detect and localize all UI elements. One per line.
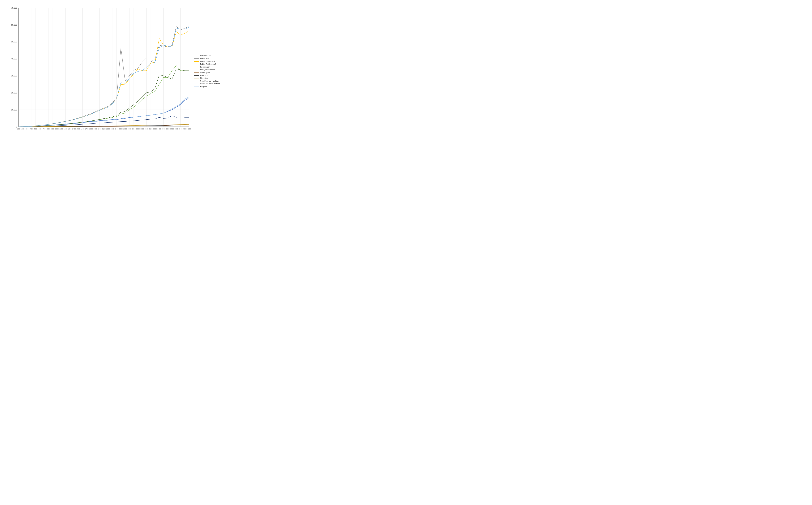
svg-text:1500: 1500: [77, 128, 80, 130]
svg-text:3400: 3400: [157, 128, 161, 130]
svg-text:3800: 3800: [175, 128, 178, 130]
legend-label: Bubble Sort Iverson 1: [200, 60, 216, 62]
svg-text:1600: 1600: [81, 128, 84, 130]
svg-text:60,000: 60,000: [11, 24, 17, 26]
svg-text:1900: 1900: [94, 128, 97, 130]
legend-color: [194, 58, 199, 59]
legend-item: QuickSort Hoare partition: [194, 80, 226, 82]
svg-text:20,000: 20,000: [11, 92, 17, 94]
legend-item: Bubble Sort: [194, 58, 226, 59]
legend-color: [194, 81, 199, 81]
svg-text:30,000: 30,000: [11, 74, 17, 77]
legend-item: Merge Sort: [194, 77, 226, 79]
legend-label: Counting Sort: [200, 72, 210, 73]
svg-text:100: 100: [17, 128, 20, 130]
svg-text:2500: 2500: [119, 128, 123, 130]
legend-label: HeapSort: [200, 86, 207, 88]
chart-title: [2, 2, 226, 3]
legend-item: Binary Insertion Sort: [194, 69, 226, 71]
legend-label: Merge Sort: [200, 77, 208, 79]
svg-text:3100: 3100: [145, 128, 148, 130]
svg-text:600: 600: [38, 128, 41, 130]
svg-text:2100: 2100: [102, 128, 106, 130]
svg-text:3900: 3900: [179, 128, 182, 130]
legend-color: [194, 61, 199, 61]
svg-text:2400: 2400: [115, 128, 118, 130]
legend-item: Counting Sort: [194, 72, 226, 73]
svg-text:500: 500: [34, 128, 37, 130]
svg-text:400: 400: [30, 128, 32, 130]
svg-text:1700: 1700: [85, 128, 89, 130]
svg-text:2200: 2200: [106, 128, 110, 130]
svg-text:1300: 1300: [68, 128, 72, 130]
svg-text:3200: 3200: [149, 128, 152, 130]
svg-text:800: 800: [47, 128, 50, 130]
svg-text:1100: 1100: [60, 128, 63, 130]
x-axis-label: [6, 137, 193, 139]
svg-text:2600: 2600: [123, 128, 127, 130]
svg-text:1800: 1800: [89, 128, 93, 130]
legend-label: Binary Insertion Sort: [200, 69, 215, 71]
svg-text:300: 300: [26, 128, 28, 130]
svg-text:3700: 3700: [170, 128, 174, 130]
svg-text:1200: 1200: [64, 128, 67, 130]
svg-text:200: 200: [21, 128, 24, 130]
legend-item: Bubble Sort Iverson 2: [194, 63, 226, 65]
legend-label: Bubble Sort Iverson 2: [200, 63, 216, 65]
legend-color: [194, 78, 199, 78]
legend-label: Selection Sort: [200, 55, 211, 57]
legend-color: [194, 84, 199, 84]
svg-text:700: 700: [43, 128, 45, 130]
svg-text:10,000: 10,000: [11, 109, 17, 111]
svg-text:40,000: 40,000: [11, 58, 17, 60]
svg-text:50,000: 50,000: [11, 41, 17, 43]
legend-label: Radix Sort: [200, 74, 208, 76]
svg-text:3600: 3600: [166, 128, 169, 130]
svg-text:4000: 4000: [183, 128, 187, 130]
svg-text:2800: 2800: [132, 128, 135, 130]
legend-color: [194, 75, 199, 75]
legend-color: [194, 64, 199, 64]
legend-label: Bubble Sort: [200, 58, 209, 59]
svg-text:3000: 3000: [140, 128, 144, 130]
svg-text:3300: 3300: [153, 128, 157, 130]
legend-label: Insertion Sort: [200, 66, 210, 68]
legend-label: QuickSort Hoare partition: [200, 80, 219, 82]
svg-text:2000: 2000: [98, 128, 101, 130]
legend-item: HeapSort: [194, 86, 226, 88]
legend-color: [194, 87, 199, 87]
legend-item: Selection Sort: [194, 55, 226, 57]
chart-container: 10,00020,00030,00040,00050,00060,00070,0…: [2, 2, 226, 140]
legend-color: [194, 67, 199, 67]
svg-text:0: 0: [16, 126, 17, 128]
legend-item: Bubble Sort Iverson 1: [194, 60, 226, 62]
legend-color: [194, 56, 199, 56]
legend-label: QuickSort Lomuto partition: [200, 83, 220, 85]
legend-item: QuickSort Lomuto partition: [194, 83, 226, 85]
svg-text:4100: 4100: [187, 128, 191, 130]
chart-svg: 10,00020,00030,00040,00050,00060,00070,0…: [6, 4, 193, 137]
svg-text:2900: 2900: [136, 128, 139, 130]
legend-item: Radix Sort: [194, 74, 226, 76]
legend-item: Insertion Sort: [194, 66, 226, 68]
legend: Selection SortBubble SortBubble Sort Ive…: [193, 4, 226, 138]
svg-text:900: 900: [51, 128, 54, 130]
svg-text:2300: 2300: [111, 128, 114, 130]
y-label-container: [2, 4, 6, 138]
svg-text:1400: 1400: [72, 128, 76, 130]
svg-text:1000: 1000: [55, 128, 59, 130]
legend-color: [194, 70, 199, 70]
svg-text:70,000: 70,000: [11, 7, 17, 9]
svg-text:3500: 3500: [162, 128, 165, 130]
svg-text:2700: 2700: [128, 128, 131, 130]
legend-color: [194, 72, 199, 73]
